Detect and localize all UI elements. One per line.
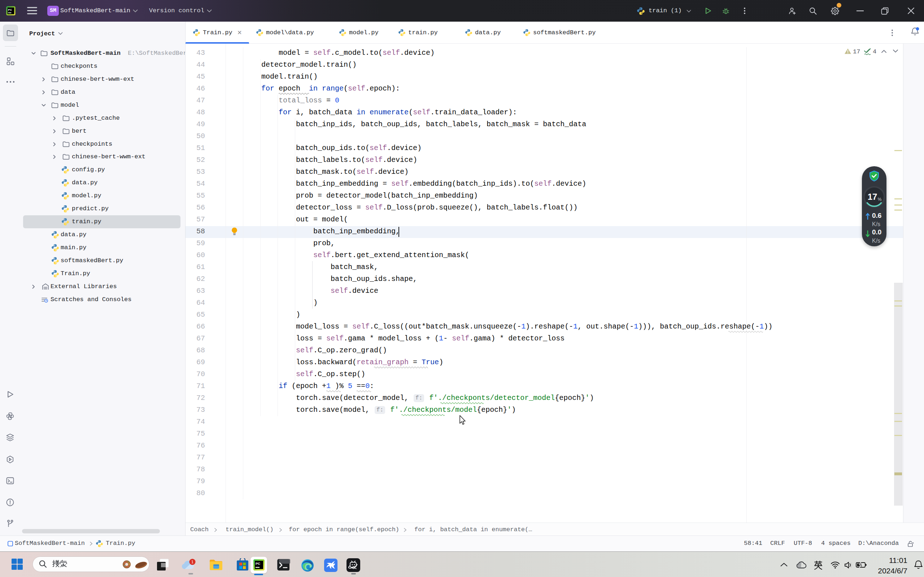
svg-text:1: 1 (191, 560, 194, 564)
svg-text:PC: PC (255, 561, 260, 566)
svg-text:%: % (878, 197, 882, 202)
svg-text:17: 17 (868, 192, 877, 201)
